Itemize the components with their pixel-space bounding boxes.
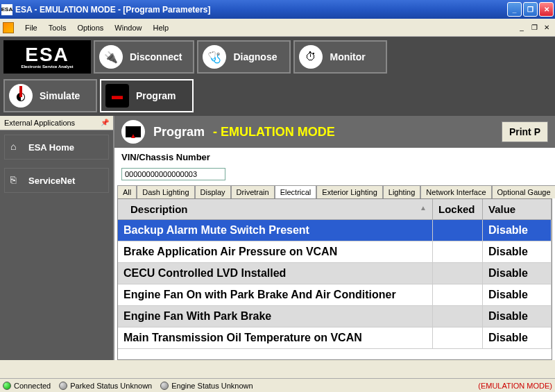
connected-led-icon: [3, 382, 11, 390]
cell-desc: Engine Fan On with Park Brake And Air Co…: [118, 284, 433, 306]
sidebar-item-servicenet[interactable]: ⎘ ServiceNet: [4, 168, 109, 193]
sort-asc-icon: ▲: [420, 204, 427, 212]
logo-small: Electronic Service Analyst: [21, 65, 73, 69]
cell-value: Disable: [483, 220, 552, 241]
pin-icon[interactable]: 📌: [101, 119, 109, 127]
minimize-button[interactable]: _: [507, 2, 522, 17]
sidebar-servicenet-label: ServiceNet: [28, 176, 75, 186]
tab-all[interactable]: All: [117, 185, 137, 198]
cell-locked: [433, 241, 483, 263]
simulate-label: Simulate: [40, 90, 80, 101]
status-engine: Engine Status Unknown: [171, 382, 253, 390]
grid-body: Backup Alarm Mute Switch Present Disable…: [118, 220, 552, 349]
menubar: File Tools Options Window Help _ ❐ ✕: [0, 19, 555, 37]
content-area: Program - EMULATION MODE Print P VIN/Cha…: [114, 116, 555, 360]
cell-locked: [433, 263, 483, 284]
mdi-minimize[interactable]: _: [516, 23, 527, 33]
logo-big: ESA: [25, 45, 69, 65]
tab-electrical[interactable]: Electrical: [275, 185, 317, 198]
cell-desc: Engine Fan With Park Brake: [118, 306, 433, 327]
disconnect-label: Disconnect: [130, 51, 182, 62]
menu-app-icon: [3, 22, 14, 33]
cell-value: Disable: [483, 263, 552, 284]
table-row[interactable]: Brake Application Air Pressure on VCAN D…: [118, 241, 552, 263]
table-row[interactable]: Backup Alarm Mute Switch Present Disable: [118, 220, 552, 241]
grid-header: Description ▲ Locked Value: [118, 199, 552, 220]
tab-display[interactable]: Display: [195, 185, 231, 198]
window-buttons: _ ❐ ✕: [507, 2, 554, 17]
tab-dash-lighting[interactable]: Dash Lighting: [137, 185, 194, 198]
status-emulation: (EMULATION MODE): [478, 382, 552, 390]
diagnose-label: Diagnose: [233, 51, 277, 62]
vin-input[interactable]: [121, 168, 225, 180]
window-title: ESA - EMULATION MODE - [Program Paramete…: [15, 5, 507, 15]
cell-desc: Brake Application Air Pressure on VCAN: [118, 241, 433, 263]
statusbar: Connected Parked Status Unknown Engine S…: [0, 378, 555, 392]
menu-help[interactable]: Help: [147, 21, 174, 35]
engine-led-icon: [160, 382, 169, 390]
program-header-icon: [121, 120, 145, 144]
disconnect-icon: 🔌: [99, 45, 123, 69]
mdi-buttons: _ ❐ ✕: [516, 23, 552, 33]
disconnect-button[interactable]: 🔌 Disconnect: [94, 40, 194, 74]
mdi-restore[interactable]: ❐: [529, 23, 540, 33]
parameter-grid: Description ▲ Locked Value Backup Alarm …: [117, 198, 552, 360]
program-mode: - EMULATION MODE: [213, 125, 335, 139]
cell-locked: [433, 284, 483, 306]
tab-exterior-lighting[interactable]: Exterior Lighting: [316, 185, 383, 198]
close-button[interactable]: ✕: [539, 2, 554, 17]
tab-network-interface[interactable]: Network Interface: [420, 185, 491, 198]
header-description[interactable]: Description ▲: [118, 199, 433, 220]
cell-locked: [433, 327, 483, 349]
toolbar: ESA Electronic Service Analyst 🔌 Disconn…: [0, 37, 555, 116]
cell-desc: CECU Controlled LVD Installed: [118, 263, 433, 284]
home-icon: ⌂: [10, 141, 23, 153]
program-label: Program: [136, 90, 176, 101]
menu-file[interactable]: File: [19, 21, 43, 35]
status-parked: Parked Status Unknown: [70, 382, 152, 390]
monitor-label: Monitor: [330, 51, 365, 62]
program-button[interactable]: ▬ Program: [100, 79, 194, 112]
header-description-text: Description: [130, 203, 188, 215]
header-value[interactable]: Value: [483, 199, 552, 220]
print-button[interactable]: Print P: [502, 121, 548, 142]
simulate-icon: ◐: [9, 84, 33, 108]
table-row[interactable]: Main Transmission Oil Temperature on VCA…: [118, 327, 552, 349]
program-header: Program - EMULATION MODE Print P: [114, 116, 555, 148]
titlebar: ESA ESA - EMULATION MODE - [Program Para…: [0, 0, 555, 19]
menu-tools[interactable]: Tools: [43, 21, 72, 35]
tab-optional-gauge[interactable]: Optional Gauge: [492, 185, 555, 198]
diagnose-button[interactable]: 🩺 Diagnose: [197, 40, 291, 74]
servicenet-icon: ⎘: [10, 174, 23, 187]
simulate-button[interactable]: ◐ Simulate: [3, 79, 97, 112]
table-row[interactable]: Engine Fan On with Park Brake And Air Co…: [118, 284, 552, 306]
parked-led-icon: [59, 382, 67, 390]
cell-value: Disable: [483, 284, 552, 306]
program-icon: ▬: [105, 84, 129, 108]
vin-area: VIN/Chassis Number: [114, 148, 555, 185]
vin-label: VIN/Chassis Number: [121, 152, 548, 162]
status-connected: Connected: [14, 382, 51, 390]
cell-locked: [433, 306, 483, 327]
table-row[interactable]: CECU Controlled LVD Installed Disable: [118, 263, 552, 284]
maximize-button[interactable]: ❐: [523, 2, 538, 17]
cell-desc: Main Transmission Oil Temperature on VCA…: [118, 327, 433, 349]
cell-value: Disable: [483, 241, 552, 263]
diagnose-icon: 🩺: [203, 45, 226, 69]
sidebar-item-home[interactable]: ⌂ ESA Home: [4, 135, 109, 160]
table-row[interactable]: Engine Fan With Park Brake Disable: [118, 306, 552, 327]
category-tabs: All Dash Lighting Display Drivetrain Ele…: [114, 185, 555, 198]
cell-locked: [433, 220, 483, 241]
sidebar-title: External Applications: [4, 119, 75, 127]
tab-drivetrain[interactable]: Drivetrain: [231, 185, 275, 198]
header-locked[interactable]: Locked: [433, 199, 483, 220]
sidebar-header: External Applications 📌: [0, 116, 113, 130]
menu-options[interactable]: Options: [71, 21, 109, 35]
mdi-close[interactable]: ✕: [541, 23, 552, 33]
esa-logo: ESA Electronic Service Analyst: [3, 40, 91, 74]
menu-window[interactable]: Window: [109, 21, 147, 35]
program-title: Program: [153, 125, 205, 139]
monitor-button[interactable]: ⏱ Monitor: [293, 40, 387, 74]
sidebar: External Applications 📌 ⌂ ESA Home ⎘ Ser…: [0, 116, 114, 360]
tab-lighting[interactable]: Lighting: [383, 185, 421, 198]
